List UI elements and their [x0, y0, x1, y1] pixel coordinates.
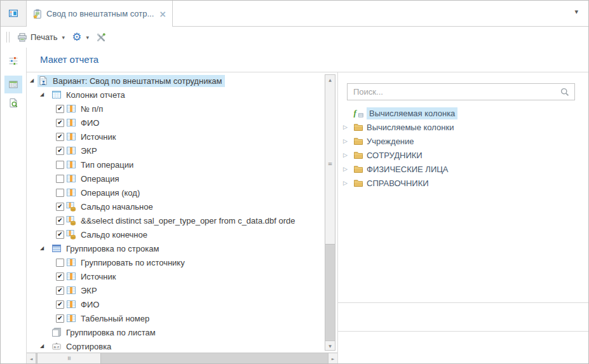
tree-item[interactable]: Группировка по листам: [27, 325, 325, 339]
horizontal-scrollbar[interactable]: ◄ ≡ ►: [27, 353, 337, 363]
expand-arrow-icon[interactable]: ◢: [40, 246, 51, 251]
collapse-arrow-icon[interactable]: ▷: [343, 125, 353, 130]
vertical-scrollbar[interactable]: ▲ ≡ ▼: [325, 74, 335, 351]
app-window: Свод по внештатным сотр... × ▾ Печать ▾ …: [0, 0, 589, 364]
horizontal-scrollbar-thumb[interactable]: ≡: [37, 353, 101, 363]
checkbox-checked[interactable]: ✔: [56, 203, 64, 211]
expand-arrow-icon[interactable]: ◢: [40, 92, 51, 97]
field-tree-item-label: СОТРУДНИКИ: [367, 151, 423, 160]
collapse-arrow-icon[interactable]: ▷: [343, 166, 353, 172]
print-button[interactable]: Печать: [15, 31, 60, 44]
field-tree-item[interactable]: fВычисляемая колонка: [343, 106, 588, 120]
gear-chevron-down-icon[interactable]: ▾: [86, 34, 89, 41]
tree-item[interactable]: ✔ЭКР: [27, 144, 325, 158]
checkbox-checked[interactable]: ✔: [56, 314, 64, 323]
checkbox-checked[interactable]: ✔: [56, 105, 64, 113]
checkbox-checked[interactable]: ✔: [56, 119, 64, 127]
tree-item[interactable]: ✔ФИО: [27, 297, 325, 311]
field-tree-item[interactable]: ▷Учреждение: [343, 134, 588, 148]
field-tree-item[interactable]: ▷СОТРУДНИКИ: [343, 148, 588, 162]
tree-item[interactable]: ◢Вариант: Свод по внештатным сотрудникам: [27, 74, 325, 88]
column-icon: [66, 104, 76, 114]
field-tree-item[interactable]: ▷Вычисляемые колонки: [343, 120, 588, 134]
checkbox-unchecked[interactable]: [56, 189, 64, 197]
tree-item-label: Группировка по строкам: [66, 244, 159, 253]
tree-item[interactable]: Группировать по источнику: [27, 255, 325, 269]
collapse-arrow-icon[interactable]: ▷: [343, 138, 353, 144]
nav-panels-button[interactable]: [1, 1, 27, 27]
left-icon-rail: [1, 48, 26, 363]
column-icon: [66, 159, 76, 170]
close-icon[interactable]: ×: [159, 10, 166, 18]
tools-button[interactable]: [94, 31, 108, 44]
search-box[interactable]: [347, 83, 575, 100]
checkbox-checked[interactable]: ✔: [56, 133, 64, 141]
expand-arrow-icon[interactable]: ◢: [40, 344, 51, 349]
tree-item-label: ЭКР: [81, 146, 97, 156]
report-tree: ◢Вариант: Свод по внештатным сотрудникам…: [27, 72, 325, 353]
field-tree-item[interactable]: ▷ФИЗИЧЕСКИЕ ЛИЦА: [343, 162, 588, 176]
checkbox-checked[interactable]: ✔: [56, 273, 64, 281]
fields-panel: fВычисляемая колонка▷Вычисляемые колонки…: [338, 72, 588, 363]
tree-item-label: ФИО: [81, 118, 99, 128]
checkbox-unchecked[interactable]: [56, 161, 64, 169]
tree-item[interactable]: ✔ФИО: [27, 116, 325, 130]
tree-item[interactable]: ✔Табельный номер: [27, 311, 325, 325]
tree-item-label: № п/п: [81, 104, 103, 114]
tree-item-label: Сальдо начальное: [81, 202, 153, 212]
tab-report[interactable]: Свод по внештатным сотр... ×: [27, 1, 173, 27]
tree-item[interactable]: ✔Сальдо начальное: [27, 199, 325, 213]
scroll-down-button[interactable]: ▼: [325, 340, 335, 350]
tree-item[interactable]: Тип операции: [27, 158, 325, 172]
checkbox-checked[interactable]: ✔: [56, 300, 64, 309]
tree-item[interactable]: ◢Колонки отчета: [27, 88, 325, 102]
scroll-right-button[interactable]: ►: [328, 353, 337, 363]
checkbox-checked[interactable]: ✔: [56, 286, 64, 295]
vertical-scrollbar-thumb[interactable]: ≡: [325, 84, 335, 245]
expand-arrow-icon[interactable]: ◢: [30, 78, 37, 83]
checkbox-checked[interactable]: ✔: [56, 147, 64, 155]
search-input[interactable]: [352, 86, 560, 97]
svg-text:a·z: a·z: [54, 345, 59, 349]
field-tree-item-label: СПРАВОЧНИКИ: [367, 179, 429, 188]
scroll-left-button[interactable]: ◄: [27, 353, 36, 363]
tree-item-label: Операция: [81, 174, 119, 184]
print-chevron-down-icon[interactable]: ▾: [62, 34, 65, 41]
column-icon: [66, 145, 76, 156]
sheets-icon: [51, 327, 62, 337]
field-tree-item-label: ФИЗИЧЕСКИЕ ЛИЦА: [367, 165, 449, 174]
column-icon: [66, 313, 76, 323]
toolbar-grip[interactable]: [6, 32, 10, 43]
checkbox-unchecked[interactable]: [56, 175, 64, 183]
tree-item-label: Группировать по источнику: [81, 258, 185, 267]
tree-item[interactable]: ✔ЭКР: [27, 283, 325, 297]
tree-item[interactable]: ◢a·zСортировка: [27, 339, 325, 353]
collapse-arrow-icon[interactable]: ▷: [343, 180, 353, 186]
layout-tab-button[interactable]: [4, 76, 22, 93]
tree-item[interactable]: ✔Сальдо конечное: [27, 227, 325, 241]
scroll-up-button[interactable]: ▲: [325, 75, 335, 84]
folder-icon: [353, 164, 363, 174]
folder-icon: [353, 150, 363, 160]
sliders-icon: [8, 56, 18, 66]
field-tree-item[interactable]: ▷СПРАВОЧНИКИ: [343, 176, 588, 190]
tree-item[interactable]: Операция: [27, 172, 325, 185]
preview-button[interactable]: [8, 98, 18, 108]
tree-item[interactable]: Операция (код): [27, 185, 325, 199]
tree-item[interactable]: ✔Источник: [27, 269, 325, 283]
chevron-down-icon[interactable]: ▾: [574, 8, 578, 16]
collapse-arrow-icon[interactable]: ▷: [343, 152, 353, 158]
tree-item-label: Источник: [81, 272, 116, 281]
tree-item[interactable]: ◢Группировка по строкам: [27, 241, 325, 255]
checkbox-checked[interactable]: ✔: [56, 217, 64, 225]
tree-item[interactable]: ✔Источник: [27, 130, 325, 144]
tree-item[interactable]: ✔№ п/п: [27, 102, 325, 116]
tree-item[interactable]: ✔&&select distinct sal_oper_type_oper fr…: [27, 213, 325, 227]
checkbox-checked[interactable]: ✔: [56, 231, 64, 239]
fields-tree: fВычисляемая колонка▷Вычисляемые колонки…: [338, 106, 588, 190]
table-rows-icon: [51, 243, 62, 253]
checkbox-unchecked[interactable]: [56, 259, 64, 267]
layout-icon: [8, 79, 18, 90]
parameters-button[interactable]: [8, 56, 18, 66]
settings-gear-button[interactable]: ⚙: [70, 30, 83, 44]
